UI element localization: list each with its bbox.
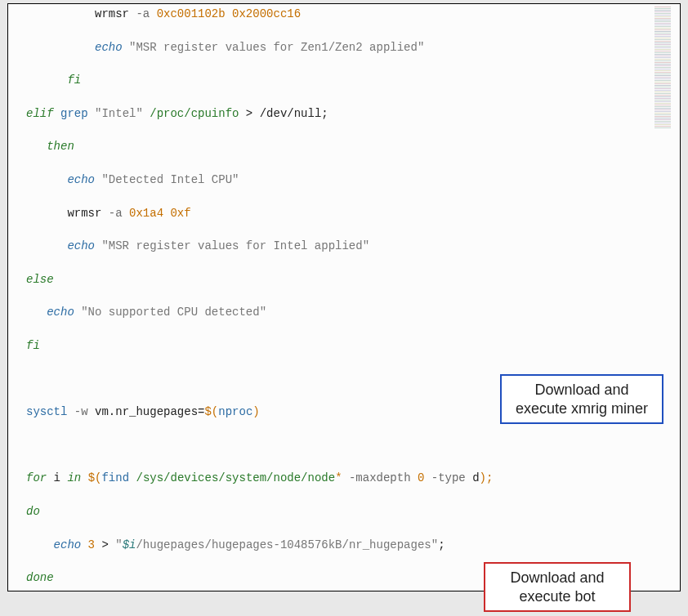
code-token: else: [26, 273, 54, 286]
code-token: wrmsr: [26, 7, 129, 20]
code-token: "Intel": [88, 107, 143, 120]
code-token: sysctl: [26, 405, 67, 418]
code-token: echo: [26, 538, 81, 551]
code-token: i: [47, 471, 60, 484]
code-token: 0: [411, 471, 425, 484]
code-token: for: [26, 471, 47, 484]
code-token: in: [60, 471, 81, 484]
code-token: >: [95, 538, 109, 551]
code-token: "Detected Intel CPU": [95, 173, 239, 186]
code-token: $(: [204, 405, 218, 418]
code-token: /proc/cpuinfo: [143, 107, 239, 120]
code-token: echo: [26, 41, 123, 54]
code-token: $(: [81, 471, 101, 484]
code-token: /hugepages/hugepages-1048576kB/nr_hugepa…: [136, 538, 438, 551]
code-token: vm.nr_hugepages=: [88, 405, 205, 418]
code-token: fi: [26, 339, 40, 352]
callout-text: Download and execute bot: [510, 569, 604, 605]
code-token: -type: [424, 471, 465, 484]
code-token: "No supported CPU detected": [74, 306, 266, 319]
callout-bot: Download and execute bot: [484, 562, 631, 612]
code-token: ": [109, 538, 123, 551]
code-token: -a: [129, 7, 150, 20]
code-token: /dev/null: [252, 107, 321, 120]
code-area[interactable]: wrmsr -a 0xc001102b 0x2000cc16 echo "MSR…: [8, 4, 680, 591]
code-token: echo: [26, 239, 95, 252]
code-token: elif: [26, 107, 54, 120]
code-token: ): [252, 405, 259, 418]
callout-xmrig: Download and execute xmrig miner: [500, 374, 663, 424]
code-token: );: [480, 471, 494, 484]
code-token: nproc: [218, 405, 252, 418]
code-token: 3: [81, 538, 95, 551]
code-token: 0x1a4 0xf: [123, 207, 191, 220]
code-token: *: [335, 471, 342, 484]
code-token: then: [26, 140, 74, 153]
code-token: >: [239, 107, 252, 120]
code-editor: wrmsr -a 0xc001102b 0x2000cc16 echo "MSR…: [7, 3, 681, 591]
callout-text: Download and execute xmrig miner: [516, 382, 648, 417]
code-token: "MSR register values for Zen1/Zen2 appli…: [123, 41, 425, 54]
code-token: echo: [26, 306, 74, 319]
code-token: -w: [67, 405, 87, 418]
code-token: /sys/devices/system/node/node: [129, 471, 335, 484]
code-token: "MSR register values for Intel applied": [95, 239, 369, 252]
code-token: do: [26, 505, 40, 518]
code-token: ;: [321, 107, 328, 120]
code-token: -maxdepth: [342, 471, 411, 484]
code-token: echo: [26, 173, 95, 186]
code-token: fi: [26, 74, 81, 87]
code-token: wrmsr: [26, 207, 101, 220]
screenshot-frame: { "code": { "l01a": " wrmsr", "l01b": " …: [0, 0, 688, 616]
code-token: grep: [54, 107, 88, 120]
code-token: d: [466, 471, 480, 484]
code-token: $i: [123, 538, 136, 551]
code-token: ;: [438, 538, 445, 551]
code-token: done: [26, 571, 54, 584]
code-token: find: [101, 471, 129, 484]
code-token: 0xc001102b 0x2000cc16: [150, 7, 301, 20]
code-token: -a: [101, 207, 122, 220]
